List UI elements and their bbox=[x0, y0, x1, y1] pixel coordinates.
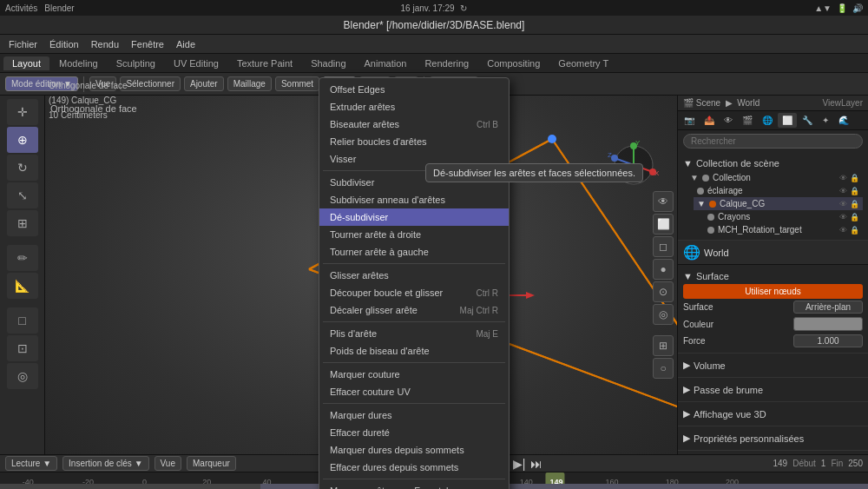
custom-props-header[interactable]: ▶ Propriétés personnalisées bbox=[683, 430, 863, 446]
playback-btn[interactable]: Lecture ▼ bbox=[5, 456, 57, 471]
menu-fenetre[interactable]: Fenêtre bbox=[126, 37, 169, 51]
menu-plis-arete[interactable]: Plis d'arête Maj E bbox=[319, 325, 509, 342]
use-nodes-btn[interactable]: Utiliser nœuds bbox=[683, 284, 863, 299]
collection-header[interactable]: ▼ Collection de scène bbox=[683, 155, 863, 171]
tree-eclairage[interactable]: éclairage 👁 🔒 bbox=[694, 184, 863, 197]
tab-shading[interactable]: Shading bbox=[302, 56, 354, 70]
menu-marquer-couture[interactable]: Marquer couture bbox=[319, 366, 509, 383]
sidebar-rotate-icon[interactable]: ↻ bbox=[7, 155, 38, 181]
tab-modeling[interactable]: Modeling bbox=[50, 56, 107, 70]
vp-view-tool[interactable]: 👁 bbox=[653, 191, 674, 212]
view-btn[interactable]: Vue bbox=[89, 76, 116, 91]
vp-proportional-tool[interactable]: ○ bbox=[653, 358, 674, 379]
next-frame-btn[interactable]: ▶| bbox=[513, 457, 526, 471]
tab-animation[interactable]: Animation bbox=[356, 56, 416, 70]
vertex-btn[interactable]: Sommet bbox=[275, 76, 319, 91]
menu-glisser-aretes[interactable]: Glisser arêtes bbox=[319, 267, 509, 284]
sidebar-loop-icon[interactable]: ◎ bbox=[7, 363, 38, 389]
tab-layout[interactable]: Layout bbox=[3, 56, 49, 70]
volume-icon: 🔊 bbox=[852, 3, 863, 13]
menu-decouper-boucle[interactable]: Découper boucle et glisser Ctrl R bbox=[319, 284, 509, 301]
sidebar-annotate-icon[interactable]: ✏ bbox=[7, 245, 38, 271]
menu-extrude-aretes[interactable]: Extruder arêtes bbox=[319, 98, 509, 116]
tab-scene2[interactable]: 🎬 bbox=[738, 113, 757, 128]
menu-poids-biseau[interactable]: Poids de biseau d'arête bbox=[319, 342, 509, 360]
menu-de-subdiviser[interactable]: Dé-subdiviser bbox=[319, 208, 509, 226]
mist-header[interactable]: ▶ Passe de brume bbox=[683, 381, 863, 398]
sidebar-scale-icon[interactable]: ⤡ bbox=[7, 182, 38, 208]
menu-effacer-couture[interactable]: Effacer couture UV bbox=[319, 383, 509, 400]
sidebar-add-cube-icon[interactable]: □ bbox=[7, 307, 38, 334]
color-label: Couleur bbox=[683, 320, 713, 329]
search-input[interactable] bbox=[683, 134, 863, 149]
skip-end-btn[interactable]: ⏭ bbox=[530, 457, 542, 471]
tab-physics[interactable]: 🌊 bbox=[834, 113, 853, 128]
select-btn[interactable]: Sélectionner bbox=[120, 76, 181, 91]
start-frame[interactable]: 1 bbox=[821, 459, 826, 468]
menu-fichier[interactable]: Fichier bbox=[3, 37, 43, 51]
menu-tourner-droite[interactable]: Tourner arête à droite bbox=[319, 226, 509, 243]
tab-sculpting[interactable]: Sculpting bbox=[108, 56, 164, 70]
menu-aide[interactable]: Aide bbox=[171, 37, 201, 51]
tree-mch[interactable]: MCH_Rotation_target 👁 🔒 bbox=[704, 223, 863, 236]
menu-tourner-gauche[interactable]: Tourner arête à gauche bbox=[319, 243, 509, 261]
tab-object[interactable]: ⬜ bbox=[778, 113, 797, 128]
workspace-tabs: Layout Modeling Sculpting UV Editing Tex… bbox=[0, 54, 868, 73]
tab-particles[interactable]: ✦ bbox=[818, 113, 833, 128]
menu-biseauter-aretes[interactable]: Biseauter arêtes Ctrl B bbox=[319, 116, 509, 133]
menu-rendu[interactable]: Rendu bbox=[86, 37, 124, 51]
vp-solid-tool[interactable]: ● bbox=[653, 259, 674, 280]
vp-wire-tool[interactable]: ◻ bbox=[653, 236, 674, 257]
force-input[interactable] bbox=[793, 334, 863, 347]
tab-world[interactable]: 🌐 bbox=[758, 113, 777, 128]
vp-snap-tool[interactable]: ⊞ bbox=[653, 335, 674, 356]
timeline-view-btn[interactable]: Vue bbox=[155, 456, 181, 471]
menu-subdiviser-anneau[interactable]: Subdiviser anneau d'arêtes bbox=[319, 191, 509, 208]
sidebar-cursor-icon[interactable]: ✛ bbox=[7, 99, 38, 125]
activities-label[interactable]: Activités bbox=[5, 3, 37, 13]
menu-offset-edges[interactable]: Offset Edges bbox=[319, 81, 509, 98]
color-swatch[interactable] bbox=[793, 317, 863, 331]
volume-header[interactable]: ▶ Volume bbox=[683, 357, 863, 373]
menu-edition[interactable]: Édition bbox=[44, 37, 84, 51]
menu-decaler-glisser[interactable]: Décaler glisser arête Maj Ctrl R bbox=[319, 301, 509, 319]
tree-collection-label: Collection bbox=[713, 173, 751, 182]
surface-title: Surface bbox=[696, 271, 729, 281]
tab-geometry[interactable]: Geometry T bbox=[549, 56, 617, 70]
vp-overlay-tool[interactable]: ⊙ bbox=[653, 281, 674, 302]
end-frame[interactable]: 250 bbox=[848, 459, 863, 468]
menu-marquer-freestyle[interactable]: Marquer arête pour Freestyle bbox=[319, 482, 509, 489]
mesh-btn[interactable]: Maillage bbox=[227, 76, 272, 91]
tree-collection[interactable]: ▼ Collection 👁 🔒 bbox=[683, 171, 863, 184]
timeline-marker-btn[interactable]: Marqueur bbox=[187, 456, 236, 471]
tree-icons-calque: 👁 🔒 bbox=[839, 200, 859, 208]
menu-bar: Fichier Édition Rendu Fenêtre Aide bbox=[0, 35, 868, 54]
menu-effacer-dures-sommets[interactable]: Effacer dures depuis sommets bbox=[319, 459, 509, 476]
sidebar-move-icon[interactable]: ⊕ bbox=[7, 127, 38, 153]
viewport3d-header[interactable]: ▶ Affichage vue 3D bbox=[683, 406, 863, 422]
vp-ortho-tool[interactable]: ⬜ bbox=[653, 214, 674, 235]
mode-edition-btn[interactable]: Mode édition ▼ bbox=[5, 76, 78, 91]
insert-keys-btn[interactable]: Insertion de clés ▼ bbox=[62, 456, 149, 471]
tab-uv-editing[interactable]: UV Editing bbox=[165, 56, 227, 70]
menu-marquer-dures[interactable]: Marquer dures bbox=[319, 406, 509, 424]
surface-header[interactable]: ▼ Surface bbox=[683, 268, 863, 284]
tab-view[interactable]: 👁 bbox=[720, 113, 737, 128]
tab-rendering[interactable]: Rendering bbox=[416, 56, 477, 70]
add-btn[interactable]: Ajouter bbox=[184, 76, 224, 91]
tree-crayons[interactable]: Crayons 👁 🔒 bbox=[704, 210, 863, 223]
tree-calque-cg[interactable]: ▼ Calque_CG 👁 🔒 bbox=[694, 197, 863, 210]
tab-modifier[interactable]: 🔧 bbox=[798, 113, 817, 128]
sidebar-measure-icon[interactable]: 📐 bbox=[7, 273, 38, 299]
menu-effacer-durete[interactable]: Effacer dureté bbox=[319, 424, 509, 441]
menu-marquer-dures-sommets[interactable]: Marquer dures depuis sommets bbox=[319, 441, 509, 459]
tab-texture-paint[interactable]: Texture Paint bbox=[228, 56, 301, 70]
tab-compositing[interactable]: Compositing bbox=[478, 56, 549, 70]
sidebar-transform-icon[interactable]: ⊞ bbox=[7, 210, 38, 236]
sidebar-extrude-icon[interactable]: ⊡ bbox=[7, 335, 38, 361]
menu-relier-boucles[interactable]: Relier boucles d'arêtes bbox=[319, 133, 509, 150]
vp-xray-tool[interactable]: ◎ bbox=[653, 304, 674, 325]
tab-output[interactable]: 📤 bbox=[700, 113, 719, 128]
surface-value[interactable]: Arrière-plan bbox=[793, 301, 863, 314]
tab-render[interactable]: 📷 bbox=[680, 113, 699, 128]
